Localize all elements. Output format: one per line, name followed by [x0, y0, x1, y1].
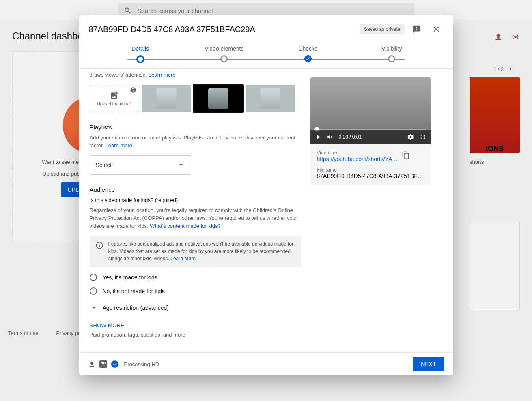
show-more-sub: Paid promotion, tags, subtitles, and mor…: [90, 332, 301, 338]
playlist-select[interactable]: Select: [90, 155, 191, 175]
playlists-sub: Add your video to one or more playlists.…: [90, 134, 301, 150]
upload-modal: 87AB99FD D4D5 47C8 A93A 37F51BFAC29A Sav…: [79, 15, 453, 375]
step-visibility[interactable]: Visibility: [350, 45, 434, 68]
modal-overlay: 87AB99FD D4D5 47C8 A93A 37F51BFAC29A Sav…: [0, 0, 532, 401]
next-button[interactable]: NEXT: [413, 357, 444, 371]
filename-label: Filename: [317, 167, 424, 173]
modal-header: 87AB99FD D4D5 47C8 A93A 37F51BFAC29A Sav…: [79, 15, 453, 43]
step-checks[interactable]: Checks: [266, 45, 350, 68]
show-more-button[interactable]: SHOW MORE: [90, 322, 301, 328]
modal-title: 87AB99FD D4D5 47C8 A93A 37F51BFAC29A: [89, 25, 355, 34]
play-icon[interactable]: [314, 133, 322, 141]
coppa-text: Regardless of your location, you're lega…: [90, 206, 301, 230]
playlists-heading: Playlists: [90, 124, 301, 131]
playlists-learn-more-link[interactable]: Learn more: [106, 142, 132, 148]
video-preview[interactable]: 0:00 / 0:01: [310, 77, 431, 144]
processing-status: Processing HD: [124, 361, 159, 367]
video-link-label: Video link: [317, 150, 398, 156]
feedback-button[interactable]: [409, 22, 424, 36]
auto-thumbnail-3[interactable]: [246, 85, 295, 112]
copy-link-button[interactable]: [402, 151, 410, 161]
audience-required-label: Is this video made for kids? (required): [90, 197, 301, 203]
kids-info-box: Features like personalized ads and notif…: [90, 236, 301, 267]
video-preview-panel: 0:00 / 0:01 Video link https://youtube.c…: [310, 77, 431, 185]
hd-badge: HD: [99, 360, 107, 368]
step-details[interactable]: Details: [99, 45, 183, 68]
kids-info-learn-more-link[interactable]: Learn more: [170, 256, 195, 262]
add-image-icon: [110, 91, 119, 100]
upload-status-icon: [88, 360, 95, 368]
copy-icon: [402, 151, 410, 159]
video-time: 0:00 / 0:01: [339, 134, 362, 140]
radio-yes-kids[interactable]: Yes, it's made for kids: [90, 274, 301, 281]
auto-thumbnail-1[interactable]: [142, 85, 191, 112]
check-status-icon: [111, 360, 118, 368]
chevron-down-icon: [90, 304, 98, 312]
settings-icon[interactable]: [407, 133, 414, 141]
thumbnail-learn-more-link[interactable]: Learn more: [149, 72, 175, 78]
help-icon[interactable]: [130, 87, 136, 93]
dropdown-arrow-icon: [177, 161, 185, 169]
upload-thumbnail-button[interactable]: Upload thumbnail: [90, 85, 139, 112]
volume-icon[interactable]: [327, 133, 334, 141]
close-button[interactable]: [429, 22, 444, 36]
thumbnail-hint: draws viewers' attention. Learn more: [90, 71, 301, 79]
close-icon: [432, 25, 441, 34]
stepper: Details Video elements Checks Visibility: [79, 43, 453, 69]
feedback-icon: [412, 25, 421, 34]
age-restriction-toggle[interactable]: Age restriction (advanced): [90, 304, 301, 312]
filename-value: 87AB99FD-D4D5-47C8-A93A-37F51BF…: [317, 173, 424, 179]
saved-badge: Saved as private: [360, 24, 404, 34]
radio-no-kids[interactable]: No, it's not made for kids: [90, 287, 301, 295]
video-link[interactable]: https://youtube.com/shorts/YA…: [317, 156, 398, 162]
fullscreen-icon[interactable]: [419, 133, 426, 141]
audience-heading: Audience: [90, 186, 301, 193]
coppa-link[interactable]: What's content made for kids?: [150, 223, 220, 229]
modal-footer: HD Processing HD NEXT: [79, 352, 453, 375]
step-video-elements[interactable]: Video elements: [182, 45, 266, 68]
auto-thumbnail-2-selected[interactable]: [194, 85, 243, 112]
info-icon: [95, 241, 103, 249]
